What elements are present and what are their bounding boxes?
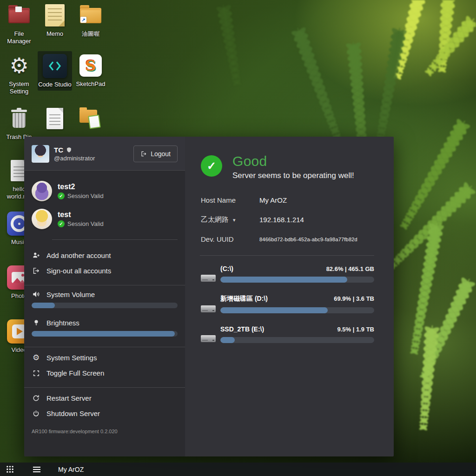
- hdd-icon: [201, 275, 216, 282]
- gear-icon: ⚙: [9, 52, 28, 79]
- desktop-icon-trash[interactable]: Trash Bin: [2, 105, 36, 141]
- disk-usage-fill: [220, 277, 347, 283]
- slider-label: Brightness: [46, 319, 79, 327]
- expand-icon: [32, 370, 40, 377]
- status-header: ✓ Good Server seems to be operating well…: [201, 153, 374, 180]
- document-icon: [46, 105, 63, 132]
- disk-row-c: (C:\) 82.6% | 465.1 GB: [201, 265, 374, 283]
- system-actions: ⚙ System Settings Toggle Full Screen: [24, 347, 185, 383]
- icon-label: Memo: [46, 30, 63, 38]
- icon-label: File Manager: [2, 30, 36, 46]
- disk-usage: 82.6% | 465.1 GB: [326, 265, 374, 272]
- account-name: test2: [58, 183, 104, 191]
- desktop-icon-shortcut-folder[interactable]: ↗ 油圖喔: [73, 2, 108, 38]
- shield-icon: [66, 147, 72, 153]
- username: TC: [54, 146, 63, 154]
- disk-name: (C:\): [220, 265, 233, 272]
- user-panel: TC @administrator Logout test2 ✓Session …: [24, 137, 185, 456]
- restart-icon: [32, 394, 40, 402]
- start-menu-button[interactable]: [0, 463, 20, 476]
- desktop: File Manager Memo ↗ 油圖喔 ⚙ System Setting…: [0, 0, 476, 476]
- desktop-icon-sketchpad[interactable]: S SketchPad: [73, 52, 108, 88]
- account-row-test[interactable]: test ✓Session Valid: [24, 205, 185, 233]
- taskbar-title[interactable]: My ArOZ: [58, 466, 84, 473]
- status-message: Server seems to be operating well!: [232, 171, 354, 180]
- firmware-version: AR100 firmware:development 0.2.020: [24, 425, 185, 439]
- volume-slider[interactable]: [32, 303, 178, 308]
- disk-name: 新增磁碟區 (D:\): [220, 295, 268, 303]
- session-status: Session Valid: [67, 192, 104, 199]
- user-avatar: [32, 145, 49, 163]
- disk-usage-fill: [220, 337, 235, 343]
- disk-usage: 69.9% | 3.6 TB: [334, 295, 374, 302]
- status-title: Good: [232, 153, 354, 169]
- account-row-test2[interactable]: test2 ✓Session Valid: [24, 177, 185, 205]
- account-name: test: [58, 211, 104, 219]
- desktop-icon-file-manager[interactable]: File Manager: [2, 2, 36, 46]
- brightness-fill: [32, 331, 175, 337]
- toggle-fullscreen-item[interactable]: Toggle Full Screen: [24, 365, 185, 381]
- sketchpad-icon: S: [79, 52, 102, 79]
- disk-row-d: 新增磁碟區 (D:\) 69.9% | 3.6 TB: [201, 295, 374, 313]
- disk-usage-bar: [220, 307, 374, 313]
- brightness-slider[interactable]: [32, 331, 178, 337]
- memo-icon: [45, 2, 65, 29]
- volume-icon: [32, 290, 40, 298]
- power-icon: [32, 410, 40, 417]
- user-plus-icon: [32, 251, 40, 259]
- bulb-icon: [32, 318, 40, 327]
- desktop-icon-folder-copy[interactable]: [73, 105, 108, 133]
- signout-all-item[interactable]: Sign-out all accounts: [24, 263, 185, 278]
- disk-name: SSD_2TB (E:\): [220, 325, 264, 333]
- disk-usage: 9.5% | 1.9 TB: [337, 326, 374, 333]
- volume-fill: [32, 303, 55, 308]
- add-account-item[interactable]: Add another account: [24, 247, 185, 263]
- disk-usage-bar: [220, 277, 374, 283]
- taskbar: My ArOZ: [0, 463, 476, 476]
- desktop-icon-document[interactable]: [38, 105, 72, 133]
- trash-icon: [11, 105, 27, 132]
- sign-out-icon: [32, 267, 40, 275]
- divider: [200, 255, 374, 256]
- shutdown-server-item[interactable]: Shutdown Server: [24, 406, 185, 421]
- icon-label: Code Studio: [38, 81, 72, 88]
- hostname-value: My ArOZ: [259, 196, 374, 204]
- restart-server-item[interactable]: Restart Server: [24, 390, 185, 406]
- power-actions: Restart Server Shutdown Server: [24, 388, 185, 424]
- ip-address-value: 192.168.1.214: [259, 216, 374, 224]
- folder-copy-icon: [79, 105, 103, 132]
- account-list: test2 ✓Session Valid test ✓Session Valid: [24, 171, 185, 234]
- disk-row-e: SSD_2TB (E:\) 9.5% | 1.9 TB: [201, 325, 374, 343]
- gear-icon: ⚙: [32, 354, 40, 362]
- code-icon: [43, 53, 67, 79]
- bars-icon: [33, 466, 41, 473]
- system-volume-control: System Volume: [24, 285, 185, 310]
- status-ok-icon: ✓: [201, 155, 222, 177]
- grid-icon: [6, 465, 14, 473]
- check-icon: ✓: [58, 220, 65, 227]
- desktop-icon-system-setting[interactable]: ⚙ System Setting: [2, 52, 36, 96]
- check-icon: ✓: [58, 192, 65, 199]
- slider-label: System Volume: [46, 291, 95, 298]
- session-status: Session Valid: [67, 220, 104, 227]
- desktop-icon-code-studio[interactable]: Code Studio: [38, 51, 72, 91]
- network-interface-dropdown[interactable]: 乙太網路▾: [201, 215, 259, 224]
- system-settings-item[interactable]: ⚙ System Settings: [24, 350, 185, 365]
- account-avatar: [32, 209, 52, 229]
- system-panel: TC @administrator Logout test2 ✓Session …: [24, 137, 394, 456]
- icon-label: SketchPad: [76, 80, 106, 88]
- folder-shortcut-icon: ↗: [80, 2, 101, 29]
- account-actions: Add another account Sign-out all account…: [24, 245, 185, 281]
- folder-red-icon: [8, 2, 30, 29]
- logout-icon: [140, 151, 147, 157]
- logout-button[interactable]: Logout: [133, 145, 178, 162]
- account-avatar: [32, 181, 52, 201]
- uuid-label: Dev. UUID: [201, 235, 259, 243]
- server-info: Host Name My ArOZ 乙太網路▾ 192.168.1.214 De…: [201, 196, 374, 243]
- hdd-icon: [201, 305, 216, 312]
- user-header: TC @administrator Logout: [24, 137, 185, 170]
- server-status-panel: ✓ Good Server seems to be operating well…: [185, 137, 394, 456]
- window-list-button[interactable]: [26, 463, 47, 476]
- disk-usage-fill: [220, 307, 328, 313]
- desktop-icon-memo[interactable]: Memo: [38, 2, 72, 38]
